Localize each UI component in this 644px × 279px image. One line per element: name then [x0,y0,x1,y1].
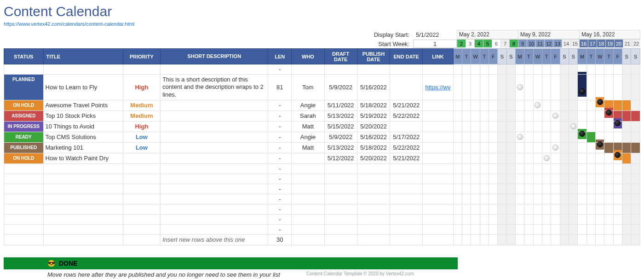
source-link[interactable]: https://www.vertex42.com/calendars/conte… [4,21,134,27]
cell-who[interactable]: Matt [292,142,324,153]
cell-who[interactable] [292,214,324,224]
cell-draft-date[interactable] [324,224,357,234]
cell-end-date[interactable] [390,234,423,245]
cell-title[interactable] [43,184,123,194]
cell-end-date[interactable]: 5/22/2022 [390,142,423,153]
cell-end-date[interactable] [390,75,423,100]
cell-priority[interactable]: High [123,121,160,132]
cell-end-date[interactable] [390,121,423,132]
cell-draft-date[interactable] [324,174,357,184]
cell-who[interactable] [292,224,324,234]
cell-publish-date[interactable] [357,64,390,75]
cell-len[interactable]: - [268,132,292,142]
cell-status[interactable]: ASSIGNED [4,110,44,121]
cell-publish-date[interactable] [357,184,390,194]
col-status[interactable]: STATUS [4,49,44,64]
cell-end-date[interactable] [390,194,423,204]
cell-priority[interactable]: Medium [123,100,160,110]
table-row[interactable]: - [4,163,640,174]
cell-title[interactable]: How to Learn to Fly [43,75,123,100]
cell-end-date[interactable] [390,214,423,224]
cell-link[interactable] [423,163,453,174]
cell-len[interactable]: - [268,121,292,132]
cell-title[interactable]: Awesome Travel Points [43,100,123,110]
cell-publish-date[interactable]: 5/16/2022 [357,132,390,142]
cell-link[interactable] [423,153,453,163]
cell-who[interactable] [292,234,324,245]
table-row[interactable]: - [4,184,640,194]
cell-priority[interactable] [123,184,160,194]
cell-description[interactable] [161,163,268,174]
col-end[interactable]: END DATE [390,49,423,64]
table-row[interactable]: IN PROGRESS10 Things to AvoidHigh-Matt5/… [4,121,640,132]
cell-end-date[interactable]: 5/17/2022 [390,132,423,142]
cell-draft-date[interactable] [324,204,357,214]
cell-description[interactable] [161,204,268,214]
cell-draft-date[interactable]: 5/9/2022 [324,75,357,100]
cell-publish-date[interactable]: 5/16/2022 [357,75,390,100]
cell-link[interactable] [423,194,453,204]
cell-priority[interactable] [123,234,160,245]
cell-draft-date[interactable] [324,184,357,194]
cell-publish-date[interactable]: 5/20/2022 [357,121,390,132]
cell-link[interactable] [423,204,453,214]
cell-who[interactable] [292,153,324,163]
cell-description[interactable] [161,110,268,121]
cell-end-date[interactable]: 5/21/2022 [390,100,423,110]
start-week-input[interactable]: 1 [413,40,457,48]
cell-who[interactable] [292,194,324,204]
cell-draft-date[interactable] [324,163,357,174]
cell-priority[interactable]: High [123,75,160,100]
cell-who[interactable]: Angie [292,132,324,142]
cell-priority[interactable]: Medium [123,110,160,121]
cell-who[interactable] [292,64,324,75]
table-row[interactable]: ON HOLDAwesome Travel PointsMedium-Angie… [4,100,640,110]
cell-publish-date[interactable] [357,214,390,224]
cell-priority[interactable] [123,224,160,234]
cell-len[interactable]: - [268,100,292,110]
cell-who[interactable] [292,204,324,214]
col-title[interactable]: TITLE [43,49,123,64]
cell-title[interactable]: Top 10 Stock Picks [43,110,123,121]
cell-description[interactable] [161,132,268,142]
cell-description[interactable]: Insert new rows above this one [161,234,268,245]
cell-description[interactable] [161,174,268,184]
cell-end-date[interactable] [390,204,423,214]
col-len[interactable]: LEN [268,49,292,64]
cell-len[interactable]: 81 [268,75,292,100]
col-who[interactable]: WHO [292,49,324,64]
cell-who[interactable] [292,184,324,194]
cell-end-date[interactable] [390,184,423,194]
cell-draft-date[interactable]: 5/11/2022 [324,100,357,110]
cell-link[interactable] [423,142,453,153]
cell-priority[interactable] [123,194,160,204]
cell-end-date[interactable]: 5/21/2022 [390,153,423,163]
cell-title[interactable]: 10 Things to Avoid [43,121,123,132]
col-desc[interactable]: SHORT DESCRIPTION [161,49,268,64]
cell-publish-date[interactable]: 5/19/2022 [357,110,390,121]
cell-priority[interactable] [123,214,160,224]
cell-draft-date[interactable]: 5/15/2022 [324,121,357,132]
cell-status[interactable] [4,224,44,234]
cell-title[interactable] [43,174,123,184]
cell-status[interactable] [4,174,44,184]
cell-link[interactable] [423,100,453,110]
cell-draft-date[interactable]: 5/12/2022 [324,153,357,163]
cell-end-date[interactable] [390,224,423,234]
cell-end-date[interactable] [390,64,423,75]
cell-title[interactable] [43,214,123,224]
cell-status[interactable] [4,234,44,245]
cell-draft-date[interactable] [324,214,357,224]
cell-len[interactable]: - [268,110,292,121]
cell-title[interactable] [43,204,123,214]
cell-priority[interactable] [123,163,160,174]
cell-status[interactable]: IN PROGRESS [4,121,44,132]
cell-publish-date[interactable] [357,204,390,214]
cell-link[interactable] [423,184,453,194]
cell-status[interactable] [4,64,44,75]
cell-link[interactable] [423,110,453,121]
cell-status[interactable]: ON HOLD [4,100,44,110]
cell-publish-date[interactable] [357,194,390,204]
table-row[interactable]: - [4,224,640,234]
cell-title[interactable] [43,64,123,75]
